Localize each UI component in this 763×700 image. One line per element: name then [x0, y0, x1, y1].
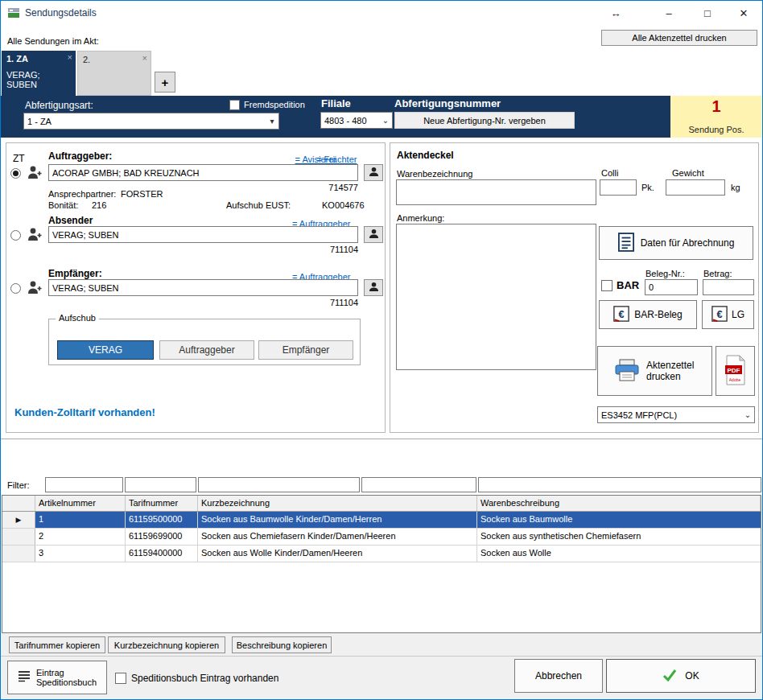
cell-warenbeschreibung[interactable]: Socken aus Baumwolle	[477, 512, 761, 528]
ok-button[interactable]: OK	[606, 659, 756, 693]
colli-input[interactable]	[600, 179, 637, 196]
betrag-input[interactable]	[703, 279, 754, 295]
cell-tarifnummer[interactable]: 61159400000	[126, 546, 198, 562]
absender-radio[interactable]	[10, 230, 21, 241]
row-selector[interactable]	[2, 529, 35, 545]
euro-icon: €	[711, 306, 728, 324]
alle-aktenzettel-drucken-button[interactable]: Alle Aktenzettel drucken	[601, 30, 757, 46]
tab2-close-icon[interactable]: ×	[142, 53, 147, 63]
sendung-pos-value: 1	[711, 97, 720, 116]
maximize-button[interactable]: □	[690, 2, 725, 23]
abbrechen-button[interactable]: Abbrechen	[514, 659, 603, 693]
auftraggeber-radio[interactable]	[10, 168, 21, 179]
row-selector-marker[interactable]: ▶	[2, 512, 35, 528]
column-header-tarifnummer[interactable]: Tarifnummer	[126, 496, 198, 511]
filiale-select[interactable]: 4803 - 480 ⌄	[320, 112, 393, 129]
printer-select[interactable]: ES3452 MFP(PCL) ⌄	[597, 406, 755, 423]
tab2-title: 2.	[83, 55, 90, 64]
filter-input-1[interactable]	[45, 477, 123, 492]
gewicht-unit-label: kg	[731, 183, 740, 192]
cell-artikelnummer[interactable]: 3	[35, 546, 126, 562]
minimize-button[interactable]: –	[651, 2, 687, 23]
bonitaet-label: Bonität:	[48, 200, 78, 210]
tab1-title: 1. ZA	[6, 54, 28, 64]
empfaenger-input[interactable]	[48, 279, 358, 296]
filter-input-3[interactable]	[198, 477, 360, 492]
filter-input-5[interactable]	[478, 477, 761, 492]
bar-beleg-button[interactable]: € BAR-Beleg	[599, 300, 697, 329]
bar-beleg-label: BAR-Beleg	[634, 309, 682, 320]
auftraggeber-input[interactable]	[48, 164, 358, 181]
cell-tarifnummer[interactable]: 61159699000	[126, 529, 198, 545]
person-add-icon	[27, 280, 43, 299]
add-tab-button[interactable]: +	[155, 72, 175, 93]
table-row[interactable]: ▶ 1 61159500000 Socken aus Baumwolle Kin…	[2, 512, 761, 529]
row-selector-header	[2, 496, 35, 511]
gewicht-input[interactable]	[666, 179, 725, 196]
table-row[interactable]: 2 61159699000 Socken aus Chemiefasern Ki…	[2, 529, 761, 546]
close-button[interactable]: ✕	[727, 2, 761, 23]
gewicht-label: Gewicht	[672, 168, 704, 178]
ansprechpartner-label: Ansprechpartner:	[48, 189, 116, 199]
document-lines-icon	[618, 233, 634, 254]
cell-kurzbezeichnung[interactable]: Socken aus Chemiefasern Kinder/Damen/Hee…	[198, 529, 477, 545]
row-selector[interactable]	[2, 546, 35, 562]
fremdspedition-checkbox[interactable]	[229, 100, 240, 110]
anmerkung-textarea[interactable]	[396, 224, 596, 370]
aufschub-verag-button[interactable]: VERAG	[57, 340, 154, 360]
neue-abfertigung-button[interactable]: Neue Abfertigung-Nr. vergeben	[394, 112, 575, 129]
aktendeckel-title: Aktendeckel	[397, 150, 454, 161]
table-row[interactable]: 3 61159400000 Socken aus Wolle Kinder/Da…	[2, 546, 761, 562]
tarifnummer-kopieren-button[interactable]: Tarifnummer kopieren	[9, 636, 105, 653]
tab-sendung-2[interactable]: 2. ×	[77, 51, 151, 96]
ok-label: OK	[685, 670, 699, 681]
aufschub-groupbox: Aufschub VERAG Auftraggeber Empfänger	[48, 319, 361, 365]
auftraggeber-contact-button[interactable]	[364, 164, 383, 181]
abfertigungsart-select[interactable]: 1 - ZA ▾	[23, 113, 279, 130]
absender-contact-button[interactable]	[364, 226, 383, 243]
cell-artikelnummer[interactable]: 1	[35, 512, 126, 528]
tab1-line2: SUBEN	[6, 80, 37, 89]
svg-text:Adobe: Adobe	[728, 377, 740, 382]
filter-input-2[interactable]	[125, 477, 196, 492]
eintrag-speditionsbuch-button[interactable]: Eintrag Speditionsbuch	[7, 661, 107, 694]
daten-abrechnung-label: Daten für Abrechnung	[641, 237, 735, 249]
daten-abrechnung-button[interactable]: Daten für Abrechnung	[599, 226, 753, 260]
speditionsbuch-checkbox[interactable]	[115, 673, 126, 684]
cell-tarifnummer[interactable]: 61159500000	[126, 512, 198, 528]
fraechter-link[interactable]: = Frächter	[316, 154, 357, 164]
column-header-artikelnummer[interactable]: Artikelnummer	[35, 496, 126, 511]
cell-kurzbezeichnung[interactable]: Socken aus Wolle Kinder/Damen/Heeren	[198, 546, 477, 562]
tab1-close-icon[interactable]: ×	[68, 52, 72, 62]
cell-artikelnummer[interactable]: 2	[35, 529, 126, 545]
fremdspedition-label: Fremdspedition	[244, 100, 305, 109]
aufschub-auftraggeber-button[interactable]: Auftraggeber	[159, 340, 254, 360]
absender-number: 711104	[330, 245, 358, 254]
cell-warenbeschreibung[interactable]: Socken aus Wolle	[477, 546, 761, 562]
speditionsbuch-checkbox-label: Speditionsbuch Eintrag vorhanden	[131, 673, 278, 684]
filter-input-4[interactable]	[361, 477, 476, 492]
bar-checkbox[interactable]	[601, 280, 612, 291]
pdf-button[interactable]: PDFAdobe	[716, 346, 755, 396]
resize-button[interactable]: ↔	[603, 2, 629, 23]
beschreibung-kopieren-button[interactable]: Beschreibung kopieren	[232, 636, 332, 653]
column-header-warenbeschreibung[interactable]: Warenbeschreibung	[477, 496, 761, 511]
empfaenger-radio[interactable]	[10, 283, 21, 294]
footer-divider	[1, 656, 762, 657]
beleg-nr-input[interactable]	[645, 279, 698, 295]
aktenzettel-drucken-button[interactable]: Aktenzettel drucken	[597, 346, 712, 396]
kurzbezeichnung-kopieren-button[interactable]: Kurzbezeichnung kopieren	[108, 636, 225, 653]
absender-input[interactable]	[48, 226, 358, 243]
sendungen-im-akt-label: Alle Sendungen im Akt:	[7, 36, 99, 46]
column-header-kurzbezeichnung[interactable]: Kurzbezeichnung	[198, 496, 477, 511]
warenbezeichnung-input[interactable]	[396, 179, 596, 205]
tab-sendung-1[interactable]: 1. ZA × VERAG; SUBEN	[2, 51, 76, 96]
bar-label: BAR	[617, 279, 639, 291]
lg-button[interactable]: € LG	[702, 300, 754, 329]
empfaenger-contact-button[interactable]	[364, 279, 383, 296]
printer-select-value: ES3452 MFP(PCL)	[601, 410, 677, 420]
cell-warenbeschreibung[interactable]: Socken aus synthetischen Chemiefasern	[477, 529, 761, 545]
abfertigungsart-value: 1 - ZA	[27, 117, 52, 126]
cell-kurzbezeichnung[interactable]: Socken aus Baumwolle Kinder/Damen/Herren	[198, 512, 477, 528]
aufschub-empfaenger-button[interactable]: Empfänger	[258, 340, 353, 360]
